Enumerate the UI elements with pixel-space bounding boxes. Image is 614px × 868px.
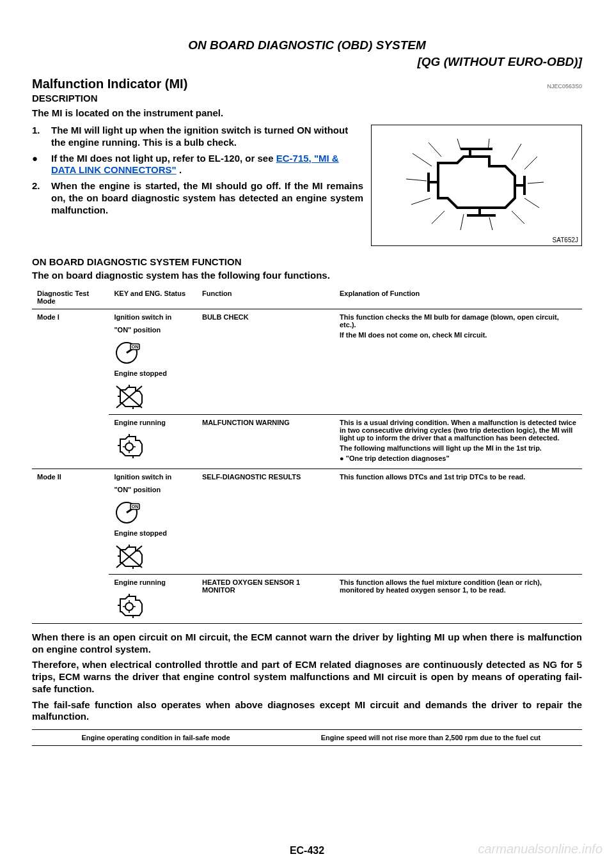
bullet-after: . (177, 164, 182, 175)
failsafe-left: Engine operating condition in fail-safe … (32, 730, 279, 746)
svg-line-10 (460, 214, 464, 230)
svg-line-1 (429, 143, 441, 157)
section-title: Malfunction Indicator (MI) (32, 77, 187, 91)
mode1-exp2-2: The following malfunctions will light up… (340, 444, 577, 452)
figure-label: SAT652J (553, 236, 578, 244)
table-row: Engine running MALFUNCTION WARNING This … (32, 414, 582, 469)
mode1-exp2: This is a usual driving condition. When … (335, 414, 582, 469)
table-row: Mode II Ignition switch in "ON" position… (32, 469, 582, 574)
th-key: KEY and ENG. Status (109, 286, 197, 309)
engine-stopped-text-b: Engine stopped (114, 529, 192, 537)
mode1-key-running: Engine running (109, 414, 197, 469)
mode1-exp2-1: This is a usual driving condition. When … (340, 419, 577, 442)
page-header-line1: ON BOARD DIAGNOSTIC (OBD) SYSTEM (32, 38, 582, 52)
obd-function-title: ON BOARD DIAGNOSTIC SYSTEM FUNCTION (32, 256, 582, 267)
engine-stopped-icon (114, 542, 145, 570)
table-row: Mode I Ignition switch in "ON" position … (32, 309, 582, 414)
mode1-exp2-bullet: ● "One trip detection diagnoses" (340, 454, 577, 462)
engine-warning-icon (400, 137, 553, 233)
key-on-text2: "ON" position (114, 326, 192, 334)
svg-point-25 (125, 603, 133, 610)
th-mode: Diagnostic Test Mode (32, 286, 109, 309)
svg-line-0 (413, 153, 432, 166)
mi-figure: SAT652J (371, 125, 582, 246)
step-2-num: 2. (32, 180, 43, 216)
svg-line-13 (406, 179, 427, 181)
key-on-text2b: "ON" position (114, 486, 192, 493)
description-label: DESCRIPTION (32, 93, 582, 104)
mode1-exp1-1: This function checks the MI bulb for dam… (340, 313, 577, 329)
svg-line-7 (524, 198, 539, 208)
mode2-exp2: This function allows the fuel mixture co… (335, 574, 582, 623)
bullet-text: If the MI does not light up, refer to EL… (51, 153, 363, 177)
engine-running-text-b: Engine running (114, 578, 192, 586)
failsafe-table: Engine operating condition in fail-safe … (32, 729, 582, 746)
engine-running-icon (114, 591, 145, 619)
mode1-func2: MALFUNCTION WARNING (197, 414, 335, 469)
svg-text:ON: ON (132, 345, 139, 349)
svg-line-11 (432, 211, 445, 224)
svg-line-2 (457, 139, 460, 149)
table-row: Engine running HEATED OXYGEN SENSOR 1 MO… (32, 574, 582, 623)
th-exp: Explanation of Function (335, 286, 582, 309)
engine-running-icon (114, 431, 145, 460)
step-1-num: 1. (32, 125, 43, 149)
mode1-key-stopped: Ignition switch in "ON" position ON Engi… (109, 309, 197, 414)
svg-point-19 (125, 443, 133, 451)
engine-running-text: Engine running (114, 419, 192, 426)
svg-line-4 (512, 144, 521, 160)
mode2-key-stopped: Ignition switch in "ON" position ON Engi… (109, 469, 197, 574)
step-1-text: The MI will light up when the ignition s… (51, 125, 363, 149)
mode2-key-running: Engine running (109, 574, 197, 623)
key-on-text1: Ignition switch in (114, 313, 192, 321)
bullet-dot: ● (32, 153, 43, 177)
page-header-line2: [QG (WITHOUT EURO-OBD)] (32, 55, 582, 69)
engine-stopped-text: Engine stopped (114, 369, 192, 377)
key-on-text1b: Ignition switch in (114, 473, 192, 481)
key-on-icon: ON (114, 499, 145, 527)
svg-text:ON: ON (132, 504, 139, 509)
obd-function-intro: The on board diagnostic system has the f… (32, 270, 582, 282)
note-para2: Therefore, when electrical controlled th… (32, 659, 582, 695)
th-func: Function (197, 286, 335, 309)
mode1-exp1: This function checks the MI bulb for dam… (335, 309, 582, 414)
svg-line-8 (512, 211, 524, 224)
mi-intro: The MI is located on the instrument pane… (32, 107, 582, 118)
mode2-label: Mode II (32, 469, 109, 623)
mode1-label: Mode I (32, 309, 109, 469)
page-number: EC-432 (290, 845, 324, 856)
note-para1: When there is an open circuit on MI circ… (32, 632, 582, 656)
bullet-before: If the MI does not light up, refer to EL… (51, 153, 276, 164)
mode1-exp1-2: If the MI does not come on, check MI cir… (340, 331, 577, 339)
svg-line-9 (489, 217, 492, 230)
diagnostic-table: Diagnostic Test Mode KEY and ENG. Status… (32, 286, 582, 624)
mode2-exp1: This function allows DTCs and 1st trip D… (335, 469, 582, 574)
failsafe-right: Engine speed will not rise more than 2,5… (279, 730, 582, 746)
svg-line-5 (524, 157, 537, 169)
mode1-func1: BULB CHECK (197, 309, 335, 414)
watermark: carmanualsonline.info (478, 842, 602, 856)
mode2-func1: SELF-DIAGNOSTIC RESULTS (197, 469, 335, 574)
section-code: NJEC0563S0 (547, 83, 582, 89)
note-para3: The fail-safe function also operates whe… (32, 699, 582, 724)
step-2-text: When the engine is started, the MI shoul… (51, 180, 363, 216)
engine-stopped-icon (114, 382, 145, 410)
key-on-icon: ON (114, 339, 145, 367)
svg-line-6 (528, 182, 544, 183)
mode2-func2: HEATED OXYGEN SENSOR 1 MONITOR (197, 574, 335, 623)
svg-line-12 (411, 198, 430, 205)
